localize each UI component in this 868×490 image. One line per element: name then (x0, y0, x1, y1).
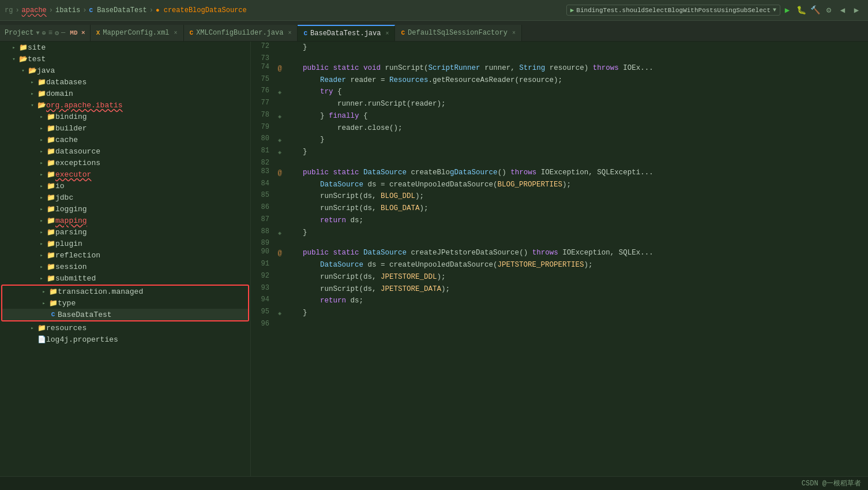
code-content: public static void runScript(ScriptRunne… (285, 62, 868, 74)
arrow-log4j (28, 335, 37, 344)
code-content: runner.runScript(reader); (285, 98, 868, 110)
code-table: 72 }7374@ public static void runScript(S… (251, 42, 868, 328)
code-token: JPETSTORE_PROPERTIES (498, 261, 584, 269)
sidebar-item-transaction[interactable]: 📁 transaction.managed (2, 286, 248, 297)
tab-close-defaultsql[interactable]: × (512, 30, 516, 36)
folder-icon-io: 📁 (46, 181, 55, 190)
breadcrumb-method[interactable]: ● createBlogDataSource (156, 6, 247, 14)
arrow-reflection (37, 250, 46, 260)
arrow-builder (37, 124, 46, 133)
run-button[interactable]: ▶ (780, 3, 794, 17)
code-token: ); (584, 261, 593, 269)
code-line-94: 94 return ds; (251, 295, 868, 307)
arrow-submitted (37, 274, 46, 283)
lambda-gutter-icon: @ (277, 249, 281, 257)
breadcrumb-class[interactable]: C BaseDataTest (89, 6, 146, 14)
sidebar-item-cache[interactable]: 📁 cache (0, 134, 250, 145)
sidebar-item-domain[interactable]: 📁 domain (0, 88, 250, 99)
sidebar-label-resources: resources (46, 324, 87, 332)
sidebar-item-datasource[interactable]: 📁 datasource (0, 145, 250, 157)
code-scroll-area[interactable]: 72 }7374@ public static void runScript(S… (251, 42, 868, 476)
gutter-icon: ◈ (274, 227, 285, 239)
sidebar-item-session[interactable]: 📁 session (0, 261, 250, 272)
sidebar-item-databases[interactable]: 📁 databases (0, 76, 250, 88)
arrow-cache (37, 135, 46, 144)
sidebar-item-type[interactable]: 📁 type (2, 297, 248, 309)
arrow-domain (28, 89, 37, 98)
back-button[interactable]: ◀ (836, 3, 850, 17)
code-token: createBlo (407, 169, 450, 177)
fold-gutter-icon: ◈ (278, 137, 281, 144)
tab-close-xmlconfig[interactable]: × (288, 30, 291, 36)
gutter-icon (274, 42, 285, 54)
sidebar-label-site: site (28, 43, 46, 52)
java-file-icon-1: C (190, 29, 194, 36)
line-number: 75 (251, 74, 274, 87)
sidebar-item-test[interactable]: 📂 test (0, 53, 250, 65)
sidebar-item-jdbc[interactable]: 📁 jdbc (0, 192, 250, 203)
code-token: BLOG_DDL (381, 192, 415, 200)
sidebar-item-parsing[interactable]: 📁 parsing (0, 226, 250, 238)
sidebar-label-io: io (55, 182, 65, 190)
sidebar-item-io[interactable]: 📁 io (0, 180, 250, 192)
sidebar-item-base-data-test[interactable]: C BaseDataTest (2, 309, 248, 320)
code-token (329, 64, 333, 72)
code-token: ds; (346, 216, 363, 225)
breadcrumb-apache[interactable]: apache (22, 6, 47, 14)
code-content: return ds; (285, 215, 868, 227)
sidebar-item-org-apache[interactable]: 📂 org.apache.ibatis (0, 99, 250, 111)
sidebar-item-plugin[interactable]: 📁 plugin (0, 238, 250, 249)
forward-button[interactable]: ▶ (850, 3, 863, 17)
tab-default-sql[interactable]: C DefaultSqlSessionFactory × (395, 25, 521, 41)
gutter-icon (274, 283, 285, 296)
code-token (359, 64, 364, 72)
code-token: BLOG_DATA (381, 204, 420, 212)
sidebar-item-logging[interactable]: 📁 logging (0, 203, 250, 215)
sidebar-item-reflection[interactable]: 📁 reflection (0, 249, 250, 261)
code-token: runScript(ds, (285, 273, 381, 281)
code-token: runner.runScript(reader); (285, 100, 446, 108)
tab-close-mapper[interactable]: × (174, 30, 178, 36)
sidebar-item-mapping[interactable]: 📁 mapping (0, 215, 250, 226)
settings-button[interactable]: ⚙ (822, 3, 836, 17)
sidebar-item-binding[interactable]: 📁 binding (0, 111, 250, 122)
code-content (285, 319, 868, 328)
tab-mapper-config[interactable]: X MapperConfig.xml × (91, 25, 184, 41)
code-content: } (285, 307, 868, 319)
code-token: ds = createUnpooledDataSource( (363, 261, 498, 269)
breadcrumb-rg: rg (5, 6, 13, 14)
arrow-parsing (37, 227, 46, 237)
code-line-78: 78◈ } finally { (251, 110, 868, 122)
sidebar-item-submitted[interactable]: 📁 submitted (0, 272, 250, 284)
sidebar-item-site[interactable]: 📁 site (0, 42, 250, 53)
project-panel-tab[interactable]: Project ▼ ⊕ ≡ ⚙ — MD × (0, 25, 91, 41)
code-line-73: 73 (251, 54, 868, 62)
code-token: ds = createUnpooledDataSource( (363, 181, 498, 189)
code-token (329, 169, 333, 177)
sidebar-item-resources[interactable]: 📁 resources (0, 322, 250, 334)
fold-gutter-icon: ◈ (278, 149, 281, 156)
project-sidebar: 📁 site 📂 test 📂 java 📁 databases 📁 domai… (0, 42, 251, 476)
code-line-80: 80◈ } (251, 134, 868, 146)
code-token (285, 261, 320, 269)
tab-close-basedata[interactable]: × (385, 31, 389, 37)
tab-base-data-test[interactable]: C BaseDataTest.java × (298, 25, 395, 41)
sidebar-item-exceptions[interactable]: 📁 exceptions (0, 157, 250, 169)
folder-icon-org-apache: 📂 (37, 100, 46, 110)
sidebar-item-builder[interactable]: 📁 builder (0, 122, 250, 134)
sidebar-item-java[interactable]: 📂 java (0, 65, 250, 76)
java-file-icon-sidebar: C (48, 311, 58, 318)
sidebar-item-executor[interactable]: 📁 executor (0, 169, 250, 180)
line-number: 74 (251, 62, 274, 74)
build-button[interactable]: 🔨 (808, 3, 822, 17)
line-number: 79 (251, 122, 274, 134)
line-number: 85 (251, 190, 274, 203)
breadcrumb-ibatis[interactable]: ibatis (55, 6, 80, 14)
run-config-dropdown[interactable]: ▶ BindingTest.shouldSelectBlogWithPostsU… (566, 5, 780, 16)
sidebar-item-log4j[interactable]: 📄 log4j.properties (0, 334, 250, 345)
code-token: DataSource (320, 261, 363, 269)
sidebar-label-logging: logging (55, 205, 87, 214)
debug-button[interactable]: 🐛 (794, 3, 808, 17)
tab-xml-config-builder[interactable]: C XMLConfigBuilder.java × (184, 25, 298, 41)
code-line-75: 75 Reader reader = Resources.getResource… (251, 74, 868, 87)
